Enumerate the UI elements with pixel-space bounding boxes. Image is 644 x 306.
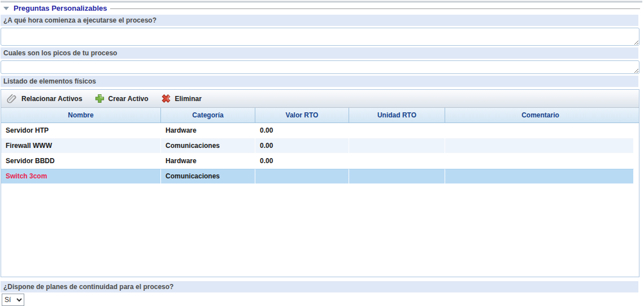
table-row[interactable]: Servidor HTP Hardware 0.00 [1,123,634,138]
continuity-select[interactable]: Sí [2,294,24,306]
assets-toolbar: Relacionar Activos Crear Activo [1,90,639,108]
assets-grid: Relacionar Activos Crear Activo [1,89,639,277]
table-row[interactable]: Firewall WWW Comunicaciones 0.00 [1,138,634,154]
create-asset-button[interactable]: Crear Activo [95,94,149,103]
paperclip-icon [7,94,18,104]
column-header-categoria[interactable]: Categoría [161,108,255,123]
cell-nombre: Servidor HTP [1,123,161,138]
plus-icon [95,94,105,103]
cell-comentario [445,138,634,154]
cell-valor-rto [255,169,349,184]
cell-nombre: Servidor BBDD [1,154,161,169]
section-title: Preguntas Personalizables [14,4,107,12]
cell-categoria: Hardware [161,154,255,169]
cell-valor-rto: 0.00 [255,123,349,138]
cell-unidad-rto [349,123,445,138]
relate-assets-label: Relacionar Activos [21,95,82,103]
cell-comentario [445,154,634,169]
cell-unidad-rto [349,138,445,154]
cell-categoria: Comunicaciones [161,169,255,184]
delete-asset-label: Eliminar [175,95,202,103]
question-peaks-textarea[interactable] [1,60,639,74]
table-row-selected[interactable]: Switch 3com Comunicaciones [1,169,634,184]
column-header-nombre[interactable]: Nombre [1,108,161,123]
assets-table-body: Servidor HTP Hardware 0.00 Firewall WWW … [1,123,639,184]
cell-comentario [445,123,634,138]
collapse-triangle-icon[interactable] [3,7,9,10]
cell-categoria: Comunicaciones [161,138,255,154]
cell-valor-rto: 0.00 [255,154,349,169]
clipped-previous-section [1,0,642,2]
column-header-unidad-rto[interactable]: Unidad RTO [349,108,445,123]
section-rule [110,8,640,9]
relate-assets-button[interactable]: Relacionar Activos [7,94,82,104]
cell-unidad-rto [349,169,445,184]
column-header-comentario[interactable]: Comentario [445,108,636,123]
question-time-label: ¿A qué hora comienza a ejecutarse el pro… [1,15,638,26]
column-header-valor-rto[interactable]: Valor RTO [255,108,349,123]
cell-unidad-rto [349,154,445,169]
cell-comentario [445,169,634,184]
form-page: Preguntas Personalizables ¿A qué hora co… [1,0,642,306]
cell-nombre: Firewall WWW [1,138,161,154]
cell-nombre: Switch 3com [1,169,161,184]
red-cross-icon [161,94,171,103]
create-asset-label: Crear Activo [108,95,149,103]
section-header: Preguntas Personalizables [1,3,642,13]
question-continuity-label: ¿Dispone de planes de continuidad para e… [1,281,638,292]
cell-categoria: Hardware [161,123,255,138]
table-row[interactable]: Servidor BBDD Hardware 0.00 [1,154,634,169]
question-time-textarea[interactable] [1,28,639,46]
cell-valor-rto: 0.00 [255,138,349,154]
assets-table-header: Nombre Categoría Valor RTO Unidad RTO Co… [1,108,639,123]
physical-elements-label: Listado de elementos físicos [1,76,638,87]
question-peaks-label: Cuales son los picos de tu proceso [1,47,638,59]
delete-asset-button[interactable]: Eliminar [161,94,202,103]
